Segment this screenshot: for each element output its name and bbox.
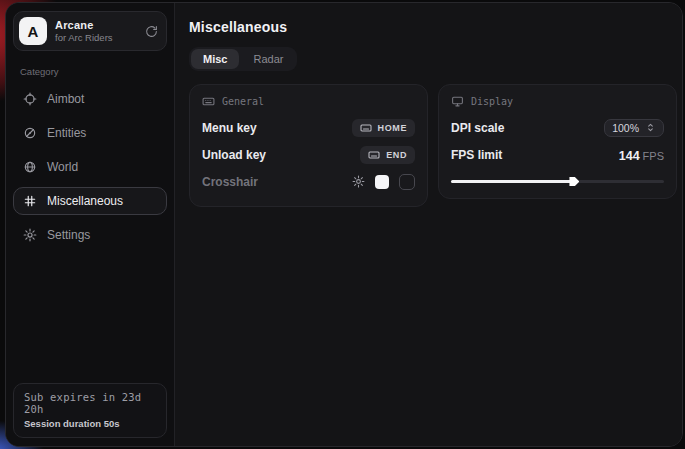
sidebar-item-label: Aimbot <box>47 92 84 106</box>
menu-key-label: Menu key <box>202 121 257 135</box>
subscription-card: Sub expires in 23d 20h Session duration … <box>13 383 167 438</box>
display-panel: Display DPI scale 100% FPS limit <box>438 84 677 199</box>
general-panel: General Menu key HOME Unload key <box>189 84 428 207</box>
menu-key-row: Menu key HOME <box>202 115 415 140</box>
category-label: Category <box>20 66 160 77</box>
subscription-expiry: Sub expires in 23d 20h <box>24 391 156 415</box>
dpi-scale-label: DPI scale <box>451 121 504 135</box>
crosshair-label: Crosshair <box>202 175 258 189</box>
app-title: Arcane <box>55 19 113 31</box>
crosshair-color-swatch[interactable] <box>375 175 389 189</box>
menu-key-value: HOME <box>378 123 407 133</box>
tab-bar: Misc Radar <box>189 47 297 71</box>
fps-slider-fill <box>451 180 572 183</box>
sidebar-item-label: Entities <box>47 126 86 140</box>
session-duration: Session duration 50s <box>24 418 156 429</box>
globe-icon <box>23 160 37 174</box>
tab-misc[interactable]: Misc <box>191 49 239 69</box>
panel-title: General <box>222 96 264 107</box>
menu-key-button[interactable]: HOME <box>352 119 415 137</box>
crosshair-row: Crosshair <box>202 169 415 194</box>
fps-slider[interactable] <box>451 176 664 186</box>
keyboard-icon <box>368 149 380 161</box>
unload-key-button[interactable]: END <box>360 146 415 164</box>
sidebar-item-label: Miscellaneous <box>47 194 123 208</box>
page-title: Miscellaneous <box>189 19 677 35</box>
crosshair-icon <box>23 92 37 106</box>
app-window: A Arcane for Arc Riders Category Aimbot <box>5 2 683 447</box>
sidebar-item-settings[interactable]: Settings <box>13 221 167 249</box>
gear-icon <box>23 228 37 242</box>
refresh-icon[interactable] <box>145 25 158 38</box>
keyboard-icon <box>202 95 215 108</box>
brand-card: A Arcane for Arc Riders <box>13 11 167 51</box>
entities-icon <box>23 126 37 140</box>
dpi-scale-value: 100% <box>612 122 639 134</box>
dpi-scale-row: DPI scale 100% <box>451 115 664 140</box>
fps-limit-label: FPS limit <box>451 148 502 162</box>
crosshair-checkbox[interactable] <box>399 174 415 190</box>
fps-limit-value: 144 <box>619 149 640 163</box>
main-content: Miscellaneous Misc Radar General Menu ke… <box>175 3 683 446</box>
monitor-icon <box>451 95 464 108</box>
fps-limit-row: FPS limit 144FPS <box>451 142 664 167</box>
fps-limit-unit: FPS <box>643 150 664 162</box>
sidebar-item-aimbot[interactable]: Aimbot <box>13 85 167 113</box>
fps-slider-thumb[interactable] <box>569 177 579 186</box>
crosshair-settings-gear-icon[interactable] <box>352 175 365 188</box>
sidebar-item-world[interactable]: World <box>13 153 167 181</box>
grid-icon <box>23 194 37 208</box>
panel-title: Display <box>471 96 513 107</box>
sidebar-item-miscellaneous[interactable]: Miscellaneous <box>13 187 167 215</box>
keyboard-icon <box>360 122 372 134</box>
dpi-scale-select[interactable]: 100% <box>604 119 664 137</box>
app-subtitle: for Arc Riders <box>55 32 113 43</box>
sidebar-item-label: World <box>47 160 78 174</box>
sidebar-item-label: Settings <box>47 228 90 242</box>
sidebar: A Arcane for Arc Riders Category Aimbot <box>6 3 175 446</box>
sidebar-item-entities[interactable]: Entities <box>13 119 167 147</box>
chevrons-up-down-icon <box>645 122 656 133</box>
unload-key-value: END <box>386 150 407 160</box>
app-logo: A <box>19 17 47 45</box>
unload-key-row: Unload key END <box>202 142 415 167</box>
tab-radar[interactable]: Radar <box>241 49 295 69</box>
unload-key-label: Unload key <box>202 148 266 162</box>
